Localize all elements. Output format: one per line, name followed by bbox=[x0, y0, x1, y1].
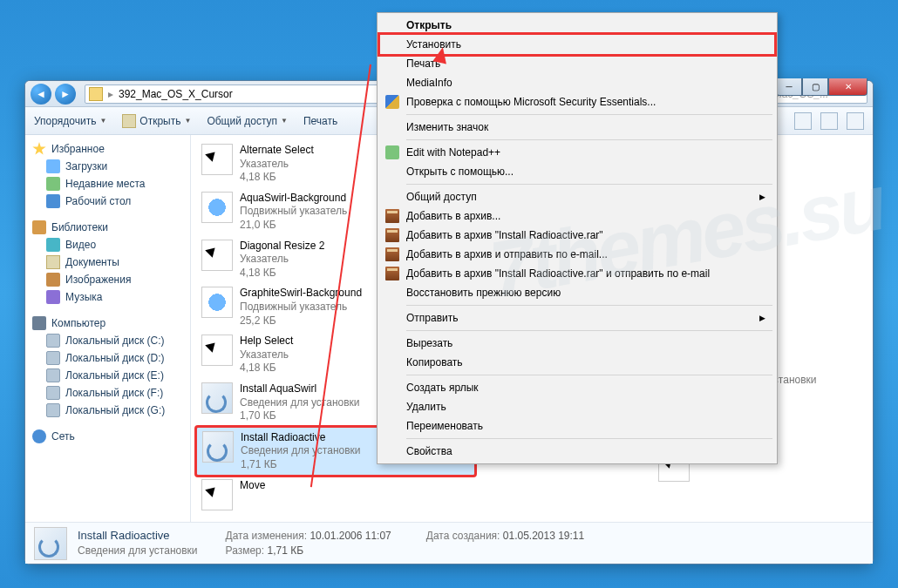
ctx-mse-scan[interactable]: Проверка с помощью Microsoft Security Es… bbox=[380, 92, 774, 112]
breadcrumb-sep-icon: ▸ bbox=[108, 88, 113, 100]
ctx-install[interactable]: Установить bbox=[380, 35, 774, 54]
file-size: 21,0 КБ bbox=[240, 219, 347, 233]
print-button[interactable]: Печать bbox=[303, 115, 337, 127]
ani-file-icon bbox=[201, 287, 233, 318]
file-name: AquaSwirl-Background bbox=[240, 192, 347, 206]
sidebar-drive-f[interactable]: Локальный диск (F:) bbox=[25, 384, 190, 402]
ctx-separator bbox=[406, 139, 772, 140]
file-size: 1,71 КБ bbox=[241, 458, 361, 472]
ctx-open[interactable]: Открыть bbox=[380, 16, 774, 35]
ctx-add-archive[interactable]: Добавить в архив... bbox=[380, 206, 774, 226]
file-type: Сведения для установки bbox=[241, 444, 361, 458]
inf-file-icon bbox=[202, 431, 234, 463]
chevron-right-icon: ▶ bbox=[759, 314, 765, 322]
sidebar-libraries[interactable]: Библиотеки bbox=[25, 219, 190, 236]
cur-file-icon bbox=[201, 144, 233, 175]
nav-forward-button[interactable]: ► bbox=[55, 84, 76, 105]
ctx-open-with[interactable]: Открыть с помощью... bbox=[380, 162, 774, 181]
sidebar-drive-g[interactable]: Локальный диск (G:) bbox=[25, 402, 190, 419]
sidebar-computer[interactable]: Компьютер bbox=[25, 314, 190, 332]
notepadpp-icon bbox=[385, 145, 399, 159]
ctx-change-icon[interactable]: Изменить значок bbox=[380, 118, 774, 137]
ani-file-icon bbox=[201, 192, 233, 223]
ctx-mediainfo[interactable]: MediaInfo bbox=[380, 73, 774, 92]
music-icon bbox=[46, 290, 60, 304]
sidebar-item-documents[interactable]: Документы bbox=[25, 253, 190, 271]
breadcrumb-folder[interactable]: 392_Mac_OS_X_Cursor bbox=[119, 88, 233, 100]
download-icon bbox=[46, 159, 60, 173]
sidebar-drive-c[interactable]: Локальный диск (C:) bbox=[25, 332, 190, 349]
sidebar-drive-e[interactable]: Локальный диск (E:) bbox=[25, 367, 190, 384]
ctx-copy[interactable]: Копировать bbox=[380, 353, 774, 372]
nav-back-button[interactable]: ◄ bbox=[31, 84, 51, 105]
cur-file-icon bbox=[201, 240, 233, 271]
file-name: Diagonal Resize 2 bbox=[240, 240, 324, 253]
sidebar-item-downloads[interactable]: Загрузки bbox=[25, 158, 190, 175]
window-controls: ─ ▢ ✕ bbox=[776, 78, 867, 96]
close-button[interactable]: ✕ bbox=[828, 78, 867, 96]
ctx-share[interactable]: Общий доступ▶ bbox=[380, 187, 774, 206]
share-menu[interactable]: Общий доступ▼ bbox=[207, 115, 288, 127]
ctx-send[interactable]: Отправить▶ bbox=[380, 308, 774, 328]
ctx-add-email[interactable]: Добавить в архив и отправить по e-mail..… bbox=[380, 245, 774, 264]
ctx-add-rar-email[interactable]: Добавить в архив "Install Radioactive.ra… bbox=[380, 264, 774, 283]
document-icon bbox=[46, 255, 60, 269]
sidebar-item-pictures[interactable]: Изображения bbox=[25, 271, 190, 288]
ctx-separator bbox=[406, 330, 772, 331]
details-title: Install Radioactive bbox=[78, 528, 198, 544]
open-menu[interactable]: Открыть▼ bbox=[122, 114, 191, 128]
file-name: Install AquaSwirl bbox=[240, 382, 360, 396]
file-item[interactable]: Move bbox=[196, 476, 475, 514]
file-name: Install Radioactive bbox=[241, 431, 361, 445]
file-name: Help Select bbox=[240, 335, 293, 348]
recent-icon bbox=[46, 177, 60, 191]
network-icon bbox=[32, 429, 46, 443]
sidebar-favorites[interactable]: Избранное bbox=[25, 140, 190, 158]
file-name: GraphiteSwirl-Background bbox=[240, 287, 362, 301]
ctx-properties[interactable]: Свойства bbox=[380, 442, 774, 461]
sidebar-drive-d[interactable]: Локальный диск (D:) bbox=[25, 349, 190, 367]
winrar-icon bbox=[385, 228, 399, 242]
inf-file-icon bbox=[201, 382, 233, 414]
ctx-separator bbox=[406, 305, 772, 306]
sidebar-item-music[interactable]: Музыка bbox=[25, 288, 190, 306]
ctx-add-rar[interactable]: Добавить в архив "Install Radioactive.ra… bbox=[380, 226, 774, 245]
drive-icon bbox=[46, 403, 60, 417]
ctx-restore[interactable]: Восстановить прежнюю версию bbox=[380, 283, 774, 302]
drive-icon bbox=[46, 351, 60, 365]
ctx-cut[interactable]: Вырезать bbox=[380, 334, 774, 353]
winrar-icon bbox=[385, 267, 399, 280]
context-menu: Открыть Установить Печать MediaInfo Пров… bbox=[377, 12, 778, 464]
cur-file-icon bbox=[201, 479, 233, 510]
video-icon bbox=[46, 238, 60, 252]
inf-file-icon bbox=[34, 527, 67, 560]
drive-icon bbox=[46, 386, 60, 400]
file-name: Move bbox=[240, 479, 265, 493]
winrar-icon bbox=[385, 209, 399, 223]
preview-pane-icon[interactable] bbox=[820, 112, 838, 130]
computer-icon bbox=[32, 316, 46, 330]
sidebar-item-recent[interactable]: Недавние места bbox=[25, 175, 190, 193]
help-icon[interactable] bbox=[847, 112, 864, 130]
file-size: 4,18 КБ bbox=[240, 362, 293, 375]
ctx-separator bbox=[406, 438, 772, 439]
ctx-delete[interactable]: Удалить bbox=[380, 397, 774, 416]
shield-icon bbox=[385, 95, 399, 109]
sidebar-item-videos[interactable]: Видео bbox=[25, 236, 190, 253]
file-name: Alternate Select bbox=[240, 144, 314, 158]
winrar-icon bbox=[385, 247, 399, 261]
chevron-right-icon: ▶ bbox=[759, 193, 765, 201]
sidebar-item-desktop[interactable]: Рабочий стол bbox=[25, 193, 190, 210]
document-icon bbox=[122, 114, 136, 128]
organize-menu[interactable]: Упорядочить▼ bbox=[34, 115, 106, 127]
ctx-notepadpp[interactable]: Edit with Notepad++ bbox=[380, 143, 774, 162]
minimize-button[interactable]: ─ bbox=[776, 78, 802, 96]
ctx-rename[interactable]: Переименовать bbox=[380, 416, 774, 436]
maximize-button[interactable]: ▢ bbox=[802, 78, 828, 96]
sidebar-network[interactable]: Сеть bbox=[25, 428, 190, 445]
view-options-icon[interactable] bbox=[794, 112, 812, 130]
ctx-print[interactable]: Печать bbox=[380, 54, 774, 73]
details-subtitle: Сведения для установки bbox=[78, 544, 198, 558]
ctx-shortcut[interactable]: Создать ярлык bbox=[380, 378, 774, 397]
file-type: Сведения для установки bbox=[240, 396, 360, 410]
